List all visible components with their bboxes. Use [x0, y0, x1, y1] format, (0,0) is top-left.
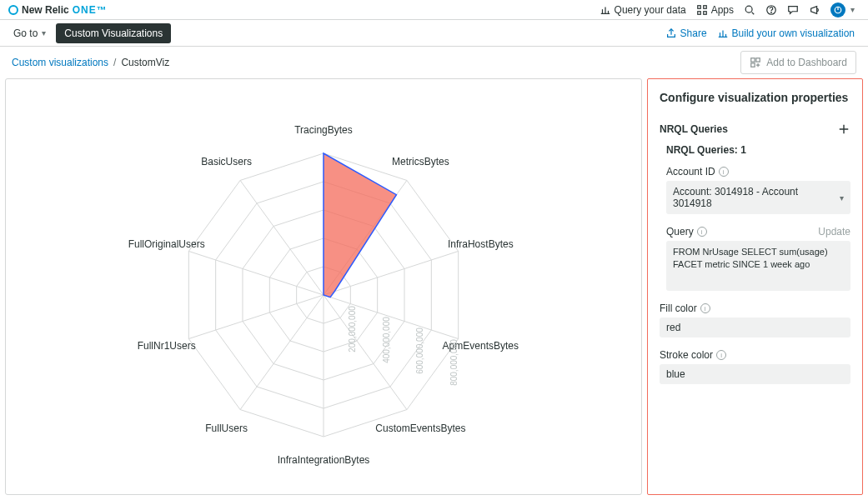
query-label: Query [666, 226, 694, 238]
radar-axis-label: InfraHostBytes [448, 238, 514, 250]
chevron-down-icon: ▾ [840, 193, 844, 202]
account-id-label: Account ID [666, 166, 715, 178]
radar-axis-label: TracingBytes [294, 124, 353, 136]
radar-tick-label: 400,000,000 [381, 317, 390, 363]
apps-grid-icon [696, 4, 708, 16]
announce-icon [809, 4, 820, 16]
svg-line-15 [324, 295, 407, 410]
dashboard-plus-icon [750, 57, 761, 68]
svg-line-18 [188, 295, 324, 339]
share-label: Share [680, 28, 707, 39]
visualization-canvas: TracingBytesMetricsBytesInfraHostBytesAp… [5, 78, 642, 495]
radar-axis-label: FullUsers [205, 422, 248, 434]
breadcrumb-current: CustomViz [121, 57, 169, 68]
search-icon [744, 4, 755, 16]
brand-name: New Relic [22, 4, 69, 16]
svg-point-4 [745, 6, 752, 12]
radar-tick-label: 600,000,000 [415, 328, 424, 375]
add-to-dashboard-button[interactable]: Add to Dashboard [740, 51, 856, 74]
svg-rect-1 [703, 5, 706, 8]
svg-rect-10 [751, 63, 755, 67]
query-data-label: Query your data [615, 4, 686, 16]
context-pill: Custom Visualizations [56, 23, 171, 43]
svg-point-6 [771, 12, 772, 12]
svg-line-17 [240, 295, 324, 410]
radar-tick-label: 800,000,000 [449, 339, 458, 386]
radar-tick-label: 200,000,000 [348, 306, 357, 352]
svg-rect-2 [697, 11, 700, 14]
info-icon[interactable]: i [697, 227, 707, 237]
apps-label: Apps [711, 4, 734, 16]
svg-line-20 [240, 180, 324, 295]
info-icon[interactable]: i [719, 167, 729, 177]
avatar-icon [830, 2, 845, 18]
config-title: Configure visualization properties [660, 91, 850, 104]
add-to-dashboard-label: Add to Dashboard [766, 57, 847, 68]
account-id-value: Account: 3014918 - Account 3014918 [673, 186, 838, 209]
svg-line-14 [324, 295, 459, 339]
query-input[interactable]: FROM NrUsage SELECT sum(usage) FACET met… [666, 241, 850, 291]
feedback-button[interactable] [782, 2, 804, 18]
chart-icon [717, 28, 729, 39]
query-data-button[interactable]: Query your data [595, 2, 691, 18]
svg-rect-3 [703, 11, 706, 14]
info-icon[interactable]: i [700, 303, 710, 313]
notifications-button[interactable] [804, 2, 825, 18]
build-viz-button[interactable]: Build your own visualization [712, 26, 860, 41]
svg-rect-9 [756, 58, 760, 62]
go-to-menu[interactable]: Go to ▾ [8, 24, 51, 42]
info-icon[interactable]: i [716, 350, 726, 360]
radar-chart: TracingBytesMetricsBytesInfraHostBytesAp… [57, 95, 590, 478]
brand-accent: ONE™ [73, 4, 108, 16]
svg-rect-8 [751, 58, 755, 62]
account-menu[interactable]: ▾ [825, 1, 860, 19]
radar-axis-label: FullNr1Users [138, 340, 196, 352]
breadcrumb-separator: / [113, 57, 116, 68]
config-panel: Configure visualization properties NRQL … [647, 78, 863, 495]
nrql-count: NRQL Queries: 1 [660, 144, 850, 156]
account-id-select[interactable]: Account: 3014918 - Account 3014918 ▾ [666, 181, 850, 214]
help-icon [765, 4, 777, 16]
radar-axis-label: MetricsBytes [392, 156, 449, 168]
nrql-section-label: NRQL Queries [660, 123, 728, 135]
apps-button[interactable]: Apps [691, 2, 739, 18]
stroke-color-input[interactable]: blue [660, 364, 850, 384]
build-viz-label: Build your own visualization [732, 28, 855, 39]
breadcrumb-parent[interactable]: Custom visualizations [12, 57, 108, 68]
add-query-button[interactable] [837, 122, 850, 136]
stroke-color-label: Stroke color [660, 349, 713, 361]
go-to-label: Go to [13, 28, 38, 39]
chat-icon [787, 4, 799, 16]
svg-line-19 [188, 251, 324, 295]
chevron-down-icon: ▾ [42, 28, 46, 38]
radar-axis-label: CustomEventsBytes [375, 422, 465, 434]
radar-axis-label: InfraIntegrationBytes [278, 454, 370, 466]
brand-logo[interactable]: New Relic ONE™ [8, 4, 108, 16]
brand-mark-icon [8, 5, 18, 15]
fill-color-label: Fill color [660, 302, 697, 314]
share-button[interactable]: Share [660, 26, 712, 41]
query-update-button[interactable]: Update [818, 226, 850, 238]
chevron-down-icon: ▾ [850, 5, 855, 14]
share-icon [665, 28, 677, 39]
chart-icon [600, 4, 611, 16]
help-button[interactable] [760, 2, 782, 18]
search-button[interactable] [739, 2, 760, 18]
radar-axis-label: FullOriginalUsers [128, 238, 205, 250]
svg-rect-0 [697, 5, 700, 8]
fill-color-input[interactable]: red [660, 318, 850, 338]
radar-axis-label: BasicUsers [201, 156, 252, 168]
